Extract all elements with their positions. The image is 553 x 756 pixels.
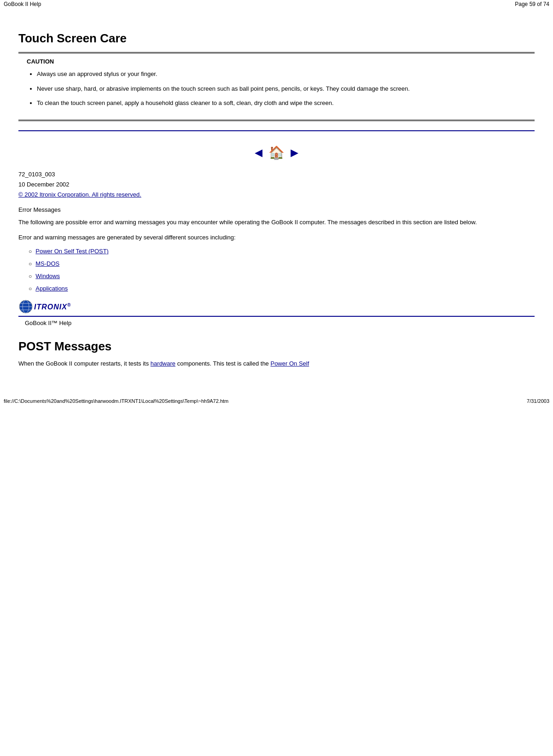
- bottom-date: 7/31/2003: [527, 398, 549, 404]
- forward-arrow-icon[interactable]: ►: [288, 145, 301, 160]
- msdos-link[interactable]: MS-DOS: [35, 260, 59, 267]
- page-info: Page 59 of 74: [515, 1, 549, 7]
- list-item-msdos: MS-DOS: [29, 260, 535, 267]
- hardware-link[interactable]: hardware: [151, 360, 175, 367]
- doc-number: 72_0103_003: [18, 169, 535, 180]
- top-bar: GoBook II Help Page 59 of 74: [0, 0, 553, 8]
- logo-trademark: ®: [67, 302, 71, 308]
- home-icon[interactable]: 🏠: [268, 145, 285, 160]
- caution-item-2: Never use sharp, hard, or abrasive imple…: [37, 84, 526, 93]
- post-link[interactable]: Power On Self Test (POST): [35, 248, 109, 255]
- error-intro-text: The following are possible error and war…: [18, 218, 535, 227]
- back-arrow-icon[interactable]: ◄: [252, 145, 265, 160]
- list-item-applications: Applications: [29, 285, 535, 292]
- app-title: GoBook II Help: [4, 1, 41, 7]
- file-path: file://C:\Documents%20and%20Settings\har…: [4, 398, 228, 404]
- list-item-post: Power On Self Test (POST): [29, 248, 535, 255]
- caution-title: CAUTION: [27, 58, 526, 65]
- main-content: Touch Screen Care CAUTION Always use an …: [0, 8, 553, 378]
- copyright-link[interactable]: © 2002 Itronix Corporation. All rights r…: [18, 191, 141, 198]
- caution-item-3: To clean the touch screen panel, apply a…: [37, 99, 526, 108]
- post-body-text2: components. This test is called the: [175, 360, 270, 367]
- itronix-logo-text: ITRONIX®: [34, 302, 71, 311]
- applications-link[interactable]: Applications: [35, 285, 68, 292]
- globe-icon: [18, 299, 33, 314]
- post-body: When the GoBook II computer restarts, it…: [18, 359, 535, 369]
- caution-box: CAUTION Always use an approved stylus or…: [18, 52, 535, 121]
- caution-list: Always use an approved stylus or your fi…: [27, 70, 526, 108]
- power-on-self-link[interactable]: Power On Self: [270, 360, 309, 367]
- caution-item-1: Always use an approved stylus or your fi…: [37, 70, 526, 79]
- touch-screen-heading: Touch Screen Care: [18, 31, 535, 46]
- post-body-text1: When the GoBook II computer restarts, it…: [18, 360, 151, 367]
- doc-date: 10 December 2002: [18, 180, 535, 190]
- itronix-logo: ITRONIX®: [18, 299, 71, 314]
- error-messages-label: Error Messages: [18, 206, 535, 213]
- doc-info: 72_0103_003 10 December 2002 © 2002 Itro…: [18, 169, 535, 200]
- error-sources-list: Power On Self Test (POST) MS-DOS Windows…: [18, 248, 535, 292]
- nav-icons: ◄ 🏠 ►: [18, 145, 535, 160]
- list-item-windows: Windows: [29, 273, 535, 279]
- blue-divider-1: [18, 130, 535, 131]
- footer-bar: GoBook II™ Help: [18, 316, 535, 327]
- windows-link[interactable]: Windows: [35, 273, 60, 279]
- post-messages-heading: POST Messages: [18, 339, 535, 354]
- footer-bar-text: GoBook II™ Help: [25, 320, 71, 326]
- bottom-bar: file://C:\Documents%20and%20Settings\har…: [0, 396, 553, 406]
- error-sources-label: Error and warning messages are generated…: [18, 233, 535, 243]
- itronix-logo-area: ITRONIX®: [18, 299, 535, 314]
